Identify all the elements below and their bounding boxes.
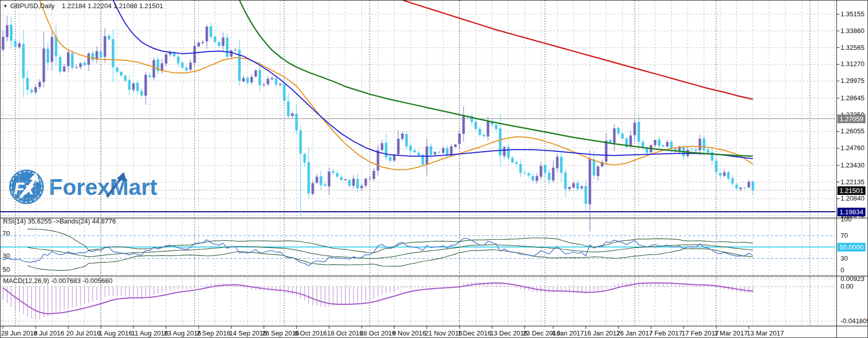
candle-bear [247, 78, 249, 83]
price-axis-label: 1.20840 [840, 194, 864, 202]
candle-bear [479, 129, 481, 135]
candle-bear [389, 157, 392, 160]
time-axis-label: 11 Aug 2016 [131, 329, 168, 337]
candle-bull [748, 182, 750, 187]
candle-bull [242, 78, 245, 81]
candle-bear [524, 173, 526, 174]
time-axis-label: 23 Aug 2016 [164, 329, 201, 337]
candle-bear [385, 143, 388, 157]
price-axis-label: 1.28645 [840, 94, 864, 102]
candle-bull [581, 186, 583, 188]
candle-bull [202, 42, 204, 43]
rsi-axis-label: 30 [840, 255, 848, 262]
candle-bear [438, 152, 441, 153]
candle-bear [410, 146, 412, 151]
candle-bull [442, 148, 445, 153]
candle-bear [520, 164, 522, 173]
candle-bear [646, 149, 648, 153]
candle-bull [344, 179, 347, 180]
candle-bear [446, 148, 449, 155]
candle-bear [507, 147, 510, 158]
candle-bear [609, 140, 612, 143]
rsi-indicator-label: RSI(14) 35.6255 ->Bands(24) 44.8776 [3, 217, 116, 225]
candle-bear [357, 179, 359, 188]
time-axis-label: 13 Mar 2017 [747, 329, 784, 337]
macd-axis-label: -0.041805 [840, 317, 868, 325]
candle-bear [226, 38, 229, 57]
candle-bear [674, 149, 677, 150]
candle-bear [181, 63, 184, 68]
candle-bear [727, 172, 730, 179]
candle-bear [324, 184, 327, 186]
rsi-axis-label: 100 [840, 215, 852, 223]
macd-axis-label: 0.00 [840, 283, 853, 290]
candle-bear [752, 181, 754, 190]
candle-bear [92, 53, 94, 60]
candle-bull [153, 60, 155, 77]
ma-mid-blue [113, 0, 753, 159]
candle-bear [638, 122, 640, 142]
borders [0, 0, 868, 338]
candle-bull [536, 176, 538, 181]
candle-bull [291, 114, 294, 116]
candle-bull [666, 142, 669, 147]
chart-title: ▼GBPUSD,Daily1.22184 1.22204 1.21088 1.2… [3, 2, 163, 10]
candle-bull [377, 150, 379, 171]
candle-bull [194, 46, 196, 63]
time-axis-label: 9 Nov 2016 [392, 329, 426, 337]
candle-bull [234, 50, 237, 50]
candle-bull [39, 82, 41, 87]
time-axis-label: 18 Oct 2016 [327, 329, 363, 337]
candle-bear [703, 138, 706, 151]
macd-indicator-label: MACD(12,26,9) -0.007683 -0.005660 [3, 277, 113, 285]
price-badge: 1.19834 [837, 208, 865, 216]
candle-bull [630, 135, 632, 146]
candle-bear [715, 161, 718, 173]
candle-bear [528, 173, 530, 175]
candle-bull [79, 63, 82, 67]
candle-bear [621, 134, 624, 139]
candle-bull [2, 37, 5, 49]
candle-bull [589, 159, 591, 205]
chart-canvas[interactable] [0, 0, 868, 338]
candle-bear [295, 114, 298, 130]
time-axis-label: 8 Jul 2016 [34, 329, 64, 337]
candle-bull [393, 155, 396, 160]
candle-bull [251, 77, 253, 82]
candle-bull [723, 172, 726, 176]
candle-bear [414, 150, 416, 152]
candle-bear [617, 128, 620, 133]
grid [1, 1, 835, 326]
macd-axis-label: 0.00923 [840, 275, 864, 283]
candle-bull [198, 43, 200, 46]
mt4-chart-window: Fx ForexMart ▼GBPUSD,Daily1.22184 1.2220… [0, 0, 868, 338]
candle-bear [185, 68, 188, 70]
candle-bull [573, 183, 575, 188]
candle-bear [418, 153, 420, 155]
time-axis-label: 28 Oct 2016 [360, 329, 396, 337]
chevron-down-icon[interactable]: ▼ [3, 4, 8, 9]
candle-bull [255, 70, 257, 76]
candle-bear [532, 176, 534, 181]
candle-bull [316, 177, 318, 183]
candle-bull [458, 133, 461, 144]
candle-bull [687, 150, 689, 156]
candle-bull [699, 138, 701, 150]
candle-bear [300, 130, 302, 153]
candle-bear [320, 176, 322, 185]
candle-bear [210, 26, 212, 37]
time-axis-label: 14 Sep 2016 [229, 329, 267, 337]
time-axis-label: 1 Dec 2016 [457, 329, 492, 337]
time-axis-label: 16 Jan 2017 [584, 329, 620, 337]
candle-bull [51, 37, 53, 62]
time-axis-label: 21 Nov 2016 [425, 329, 463, 337]
candle-bear [332, 171, 335, 173]
candle-bull [271, 78, 274, 79]
candle-bear [22, 44, 25, 78]
rsi-axis-label: 0 [840, 266, 844, 274]
candle-bear [177, 57, 180, 63]
candle-bear [564, 173, 567, 189]
candle-bear [430, 146, 432, 155]
candle-bull [312, 183, 314, 194]
price-axis-label: 1.32565 [840, 44, 864, 51]
